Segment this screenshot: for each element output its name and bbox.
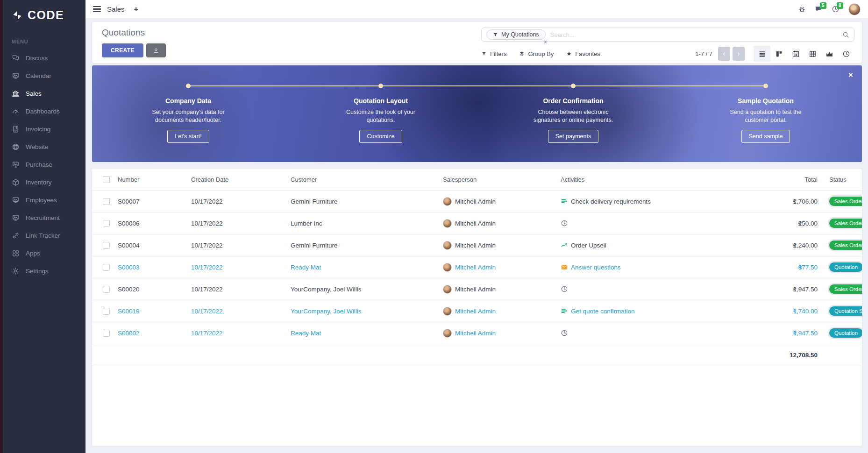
messages-button[interactable]: 5 [815, 5, 823, 13]
view-kanban-button[interactable] [770, 46, 787, 62]
row-creation-date: 10/17/2022 [191, 220, 291, 227]
sidebar-menu: Discuss Calendar Sales Dashboards Invoic… [0, 49, 85, 280]
monitor-icon [12, 72, 20, 80]
view-graph-button[interactable] [821, 46, 838, 62]
row-total: 2,947.50 [793, 286, 818, 293]
step-title: Order Confirmation [543, 97, 603, 105]
facet-remove-button[interactable]: x [544, 39, 547, 44]
row-checkbox[interactable] [103, 242, 110, 249]
table-row[interactable]: S00003 10/17/2022 Ready Mat Mitchell Adm… [92, 256, 862, 278]
col-salesperson[interactable]: Salesperson [443, 176, 561, 183]
view-pivot-button[interactable] [804, 46, 821, 62]
topbar: Sales + 5 8 [85, 0, 868, 18]
row-checkbox[interactable] [103, 264, 110, 271]
monitor-icon [12, 196, 20, 204]
select-all-checkbox[interactable] [103, 176, 110, 183]
activities-button[interactable]: 8 [832, 5, 840, 13]
sidebar-item-purchase[interactable]: Purchase [0, 156, 85, 173]
sidebar-item-discuss[interactable]: Discuss [0, 49, 85, 67]
col-status[interactable]: Status [818, 176, 862, 183]
pager-next-button[interactable]: › [733, 47, 745, 61]
row-customer: Gemini Furniture [291, 242, 443, 249]
activity-view-icon [842, 50, 850, 58]
table-row[interactable]: S00004 10/17/2022 Gemini Furniture Mitch… [92, 234, 862, 256]
banner-close-button[interactable]: × [848, 71, 853, 79]
hamburger-menu-icon[interactable] [93, 6, 101, 13]
table-row[interactable]: S00020 10/17/2022 YourCompany, Joel Will… [92, 278, 862, 300]
status-badge: Quotation [829, 262, 862, 272]
col-total[interactable]: Total [761, 176, 818, 183]
sidebar-item-inventory[interactable]: Inventory [0, 173, 85, 191]
box-icon [12, 178, 20, 186]
sidebar-item-dashboards[interactable]: Dashboards [0, 102, 85, 120]
row-checkbox[interactable] [103, 308, 110, 315]
view-calendar-button[interactable] [787, 46, 804, 62]
salesperson-name: Mitchell Admin [455, 198, 496, 205]
gear-icon [12, 267, 20, 275]
filters-button[interactable]: Filters [481, 50, 506, 57]
sidebar-item-website[interactable]: Website [0, 138, 85, 156]
sidebar: CODE MENU Discuss Calendar Sales Dashboa… [0, 0, 85, 453]
export-button[interactable] [146, 43, 166, 57]
search-input[interactable] [549, 31, 842, 39]
create-button[interactable]: CREATE [102, 43, 143, 57]
step-dot [763, 84, 768, 88]
col-number[interactable]: Number [118, 176, 191, 183]
step-description: Set your company's data for documents he… [143, 108, 234, 124]
view-activity-button[interactable] [838, 46, 854, 62]
col-customer[interactable]: Customer [291, 176, 443, 183]
brand[interactable]: CODE [0, 0, 85, 22]
clock-activity-icon[interactable] [561, 219, 568, 227]
sidebar-item-apps[interactable]: Apps [0, 244, 85, 262]
step-action-button[interactable]: Set payments [548, 130, 598, 143]
group-by-button[interactable]: Group By [519, 50, 554, 57]
messages-badge: 5 [820, 2, 826, 9]
row-number: S00019 [118, 308, 191, 315]
menu-label: MENU [12, 39, 85, 44]
discuss-icon [12, 54, 20, 62]
view-controls: Filters Group By Favorites 1-7 / 7 ‹ › [481, 46, 854, 62]
row-checkbox[interactable] [103, 220, 110, 227]
sidebar-item-calendar[interactable]: Calendar [0, 67, 85, 85]
sidebar-item-link-tracker[interactable]: Link Tracker [0, 226, 85, 244]
pager-prev-button[interactable]: ‹ [718, 47, 730, 61]
step-action-button[interactable]: Customize [359, 130, 402, 143]
row-customer: YourCompany, Joel Willis [291, 286, 443, 293]
table-row[interactable]: S00002 10/17/2022 Ready Mat Mitchell Adm… [92, 322, 862, 344]
col-activities[interactable]: Activities [561, 176, 761, 183]
upsell-activity-icon[interactable] [561, 241, 568, 249]
table-row[interactable]: S00006 10/17/2022 Lumber Inc Mitchell Ad… [92, 212, 862, 234]
tasks-activity-icon[interactable] [561, 198, 568, 205]
row-total: 2,947.50 [793, 330, 818, 337]
row-checkbox[interactable] [103, 198, 110, 205]
row-checkbox[interactable] [103, 286, 110, 293]
sidebar-item-sales[interactable]: Sales [0, 85, 85, 102]
salesperson-avatar [443, 307, 452, 316]
row-checkbox[interactable] [103, 330, 110, 337]
salesperson-name: Mitchell Admin [455, 308, 496, 315]
favorites-button[interactable]: Favorites [566, 50, 600, 57]
sidebar-item-invoicing[interactable]: Invoicing [0, 120, 85, 138]
search-icon[interactable] [842, 31, 849, 38]
row-creation-date: 10/17/2022 [191, 286, 291, 293]
email-activity-icon[interactable] [561, 263, 568, 271]
debug-icon[interactable] [798, 5, 806, 13]
tasks-activity-icon[interactable] [561, 307, 568, 315]
clock-activity-icon[interactable] [561, 329, 568, 337]
new-tab-button[interactable]: + [134, 5, 138, 14]
table-row[interactable]: S00007 10/17/2022 Gemini Furniture Mitch… [92, 191, 862, 212]
step-action-button[interactable]: Let's start! [167, 130, 209, 143]
table-row[interactable]: S00019 10/17/2022 YourCompany, Joel Will… [92, 300, 862, 322]
salesperson-name: Mitchell Admin [455, 242, 496, 249]
user-avatar[interactable] [848, 3, 861, 15]
view-list-button[interactable] [754, 46, 770, 62]
onboarding-banner: Company Data Set your company's data for… [92, 65, 862, 162]
clock-activity-icon[interactable] [561, 285, 568, 293]
sidebar-item-employees[interactable]: Employees [0, 191, 85, 209]
col-creation-date[interactable]: Creation Date [191, 176, 291, 183]
sidebar-item-recruitment[interactable]: Recruitment [0, 209, 85, 226]
app-name[interactable]: Sales [107, 5, 125, 13]
step-action-button[interactable]: Send sample [741, 130, 790, 143]
sidebar-item-settings[interactable]: Settings [0, 262, 85, 280]
main-content: Quotations CREATE My Quotations x [85, 18, 868, 453]
